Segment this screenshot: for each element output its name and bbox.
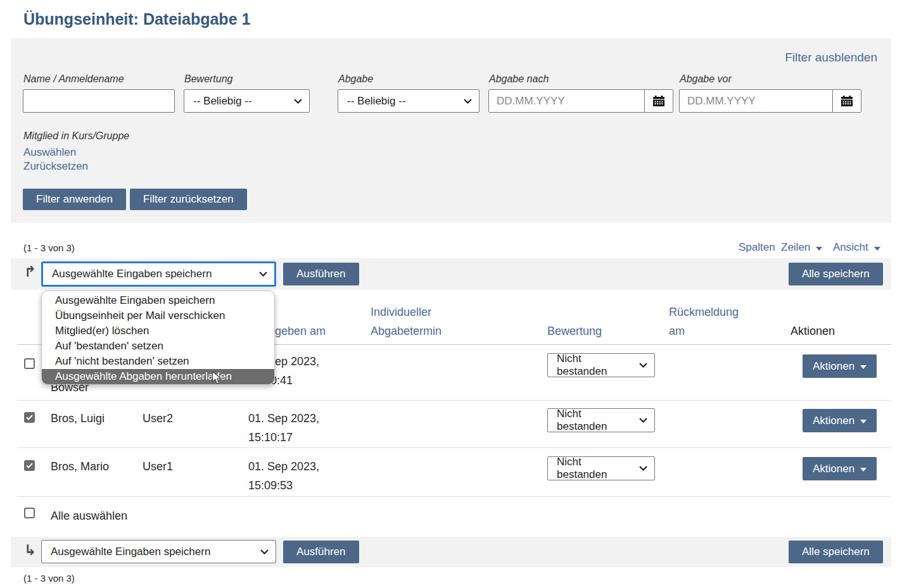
- col-header-feedback[interactable]: Rückmeldungam: [669, 303, 739, 341]
- bewertung-select[interactable]: Nicht bestanden: [547, 408, 655, 432]
- chevron-down-icon: [639, 418, 647, 423]
- calendar-button[interactable]: [832, 90, 861, 112]
- calendar-icon: [653, 96, 664, 106]
- columns-link[interactable]: Spalten: [739, 241, 775, 254]
- member-login: User1: [143, 457, 173, 476]
- bulk-option-highlighted[interactable]: Ausgewählte Abgaben herunterladen: [42, 369, 274, 384]
- bulk-option[interactable]: Auf 'nicht bestanden' setzen: [42, 354, 274, 369]
- calendar-button[interactable]: [644, 90, 673, 112]
- col-header-individual-deadline[interactable]: IndividuellerAbgabetermin: [371, 303, 441, 341]
- name-filter-input[interactable]: [23, 89, 175, 113]
- abgabe-vor-field: [679, 89, 861, 113]
- caret-down-icon: [860, 420, 867, 423]
- row-checkbox[interactable]: [24, 460, 35, 471]
- row-actions-button[interactable]: Aktionen: [803, 354, 877, 378]
- bewertung-select[interactable]: Nicht bestanden: [547, 456, 655, 480]
- bulk-option[interactable]: Mitglied(er) löschen: [42, 323, 274, 339]
- name-filter-label: Name / Anmeldename: [23, 73, 124, 85]
- submitted-at: 01. Sep 2023,15:09:53: [248, 457, 319, 495]
- row-checkbox[interactable]: [24, 358, 35, 369]
- pagination-bottom: (1 - 3 von 3): [23, 573, 75, 584]
- abgabe-filter-select[interactable]: -- Beliebig --: [338, 89, 480, 113]
- calendar-icon: [841, 96, 853, 106]
- abgabe-nach-input[interactable]: [489, 90, 644, 112]
- execute-button-top[interactable]: Ausführen: [283, 263, 359, 285]
- caret-down-icon: [860, 365, 867, 369]
- caret-down-icon: [874, 247, 880, 251]
- row-divider: [17, 496, 891, 497]
- abgabe-vor-input[interactable]: [680, 90, 832, 112]
- caret-down-icon: [816, 247, 822, 251]
- bewertung-select[interactable]: Nicht bestanden: [547, 353, 655, 377]
- caret-down-icon: [860, 468, 867, 472]
- bulk-action-dropdown: Ausgewählte Eingaben speichern Übungsein…: [41, 291, 275, 385]
- name-filter-field-wrap: [23, 89, 175, 113]
- pagination-top: (1 - 3 von 3): [23, 242, 75, 253]
- select-all-label: Alle auswählen: [51, 506, 127, 525]
- chevron-down-icon: [260, 549, 269, 554]
- chevron-down-icon: [464, 99, 472, 104]
- page-title: Übungseinheit: Dateiabgabe 1: [23, 10, 250, 28]
- row-actions-button[interactable]: Aktionen: [803, 409, 877, 432]
- row-divider: [17, 400, 891, 401]
- row-actions-button[interactable]: Aktionen: [803, 457, 877, 480]
- row-divider: [17, 447, 891, 448]
- abgabe-nach-field: [488, 89, 673, 113]
- bewertung-filter-select[interactable]: -- Beliebig --: [184, 89, 310, 113]
- chevron-down-icon: [639, 363, 647, 368]
- reset-filter-button[interactable]: Filter zurücksetzen: [130, 189, 247, 210]
- abgabe-nach-label: Abgabe nach: [489, 73, 549, 85]
- chevron-down-icon: [294, 99, 302, 104]
- view-link[interactable]: Ansicht: [833, 241, 880, 254]
- member-reset-link[interactable]: Zurücksetzen: [23, 160, 88, 173]
- submitted-at: 01. Sep 2023,15:10:17: [248, 409, 319, 447]
- col-header-bewertung[interactable]: Bewertung: [547, 322, 602, 341]
- bulk-option[interactable]: Ausgewählte Eingaben speichern: [42, 293, 274, 308]
- rows-link[interactable]: Zeilen: [781, 241, 822, 254]
- bulk-action-select-top[interactable]: Ausgewählte Eingaben speichern: [41, 261, 276, 287]
- mouse-cursor-icon: [212, 371, 224, 385]
- execute-button-bottom[interactable]: Ausführen: [283, 541, 359, 563]
- filter-panel: Filter ausblenden Name / Anmeldename Bew…: [11, 38, 891, 223]
- chevron-down-icon: [259, 272, 267, 277]
- bulk-action-bar-bottom: ↳ Ausgewählte Eingaben speichern Ausführ…: [11, 537, 891, 567]
- member-name: Bros, Luigi: [51, 409, 105, 428]
- hide-filter-link[interactable]: Filter ausblenden: [785, 51, 877, 65]
- bewertung-filter-label: Bewertung: [184, 73, 233, 85]
- apply-to-selection-icon: ↱: [24, 265, 36, 279]
- abgabe-vor-label: Abgabe vor: [680, 73, 732, 85]
- abgabe-filter-label: Abgabe: [338, 73, 373, 85]
- bulk-action-bar-top: ↱ Ausgewählte Eingaben speichern Ausführ…: [11, 258, 891, 290]
- chevron-down-icon: [639, 466, 647, 471]
- apply-to-selection-icon: ↳: [24, 543, 36, 558]
- bulk-option[interactable]: Auf 'bestanden' setzen: [42, 339, 274, 354]
- save-all-button-top[interactable]: Alle speichern: [789, 263, 883, 285]
- apply-filter-button[interactable]: Filter anwenden: [23, 189, 126, 210]
- exercise-member-page: Übungseinheit: Dateiabgabe 1 Filter ausb…: [0, 0, 902, 588]
- bulk-action-select-bottom[interactable]: Ausgewählte Eingaben speichern: [41, 540, 276, 563]
- save-all-button-bottom[interactable]: Alle speichern: [789, 541, 883, 563]
- select-all-checkbox[interactable]: [24, 508, 35, 518]
- row-checkbox[interactable]: [24, 412, 35, 423]
- member-filter-label: Mitglied in Kurs/Gruppe: [23, 130, 129, 142]
- bulk-option[interactable]: Übungseinheit per Mail verschicken: [42, 308, 274, 323]
- member-name: Bros, Mario: [51, 457, 109, 476]
- col-header-aktionen: Aktionen: [791, 322, 835, 341]
- member-login: User2: [143, 409, 173, 428]
- member-select-link[interactable]: Auswählen: [23, 146, 76, 159]
